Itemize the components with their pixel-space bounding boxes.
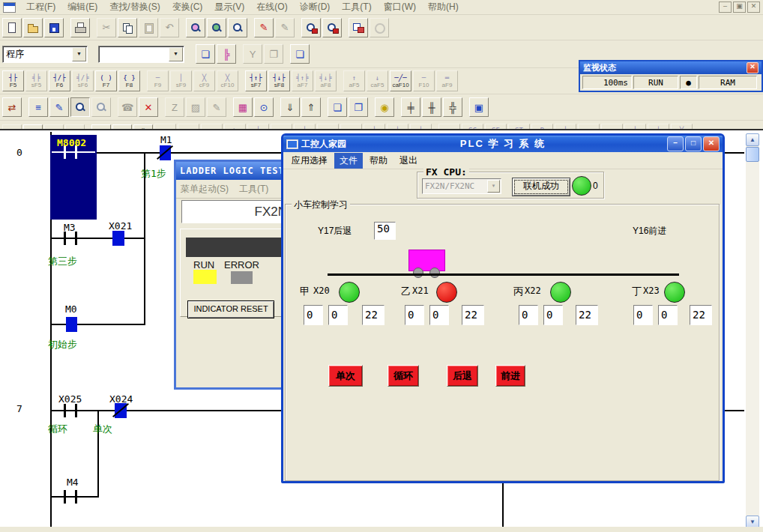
delete-all-button[interactable]: ✕ <box>139 97 158 117</box>
dialog-menu-0[interactable]: 应用选择 <box>286 153 333 169</box>
control-button-1[interactable]: 循环 <box>387 365 419 387</box>
menu-item-9[interactable]: 帮助(H) <box>422 1 465 13</box>
station-value-input[interactable]: 0 <box>328 305 348 325</box>
comment-edit-button[interactable]: ✎ <box>49 97 69 117</box>
station-value-input[interactable]: 0 <box>304 305 323 325</box>
jump-prev-button[interactable]: ⇓ <box>280 97 300 117</box>
station-value-input[interactable]: 22 <box>362 305 384 325</box>
station-value-input[interactable]: 0 <box>405 305 424 325</box>
control-button-3[interactable]: 前进 <box>495 365 525 387</box>
cross-ref-1-icon: ╪ <box>407 103 414 112</box>
parameter-tree-button[interactable]: ╠ <box>217 44 236 64</box>
scrollbar-thumb[interactable] <box>746 147 759 162</box>
scroll-up-icon[interactable]: ▲ <box>746 133 759 146</box>
ladder-label: X021 <box>109 220 132 232</box>
symbol-caF10-button[interactable]: ─╱─caF10 <box>390 70 411 91</box>
speed-input[interactable]: 50 <box>374 222 396 240</box>
write-mode-button[interactable]: ✎ <box>254 18 274 37</box>
ladder-list-toggle-button[interactable]: ⇄ <box>2 97 22 117</box>
menu-item-6[interactable]: 诊断(D) <box>294 1 337 13</box>
menu-item-3[interactable]: 变换(C) <box>166 1 209 13</box>
station-value-input[interactable]: 22 <box>690 305 712 325</box>
window-tile-button[interactable]: ❐ <box>349 97 368 117</box>
minimize-button[interactable]: – <box>667 136 684 151</box>
help-search-button[interactable]: ◉ <box>375 97 394 117</box>
find-device-button[interactable] <box>207 18 226 37</box>
find-button[interactable] <box>186 18 205 37</box>
device-memory-button[interactable]: ▦ <box>233 97 253 117</box>
toolbar-separator <box>237 44 242 61</box>
dialog-menu-1[interactable]: 文件 <box>334 153 363 169</box>
maximize-button[interactable]: □ <box>685 136 702 151</box>
vertical-scrollbar[interactable]: ▲ ▼ <box>746 133 759 528</box>
symbol-F7-button[interactable]: ( )F7 <box>95 70 117 91</box>
menu-item-5[interactable]: 在线(O) <box>250 1 293 13</box>
dialog-menu-3[interactable]: 退出 <box>394 153 423 169</box>
chevron-down-icon[interactable]: ▼ <box>169 47 183 61</box>
station-value-input[interactable]: 22 <box>462 305 484 325</box>
symbol-F5-button[interactable]: ┤├F5 <box>2 70 24 91</box>
zoom-in-button[interactable] <box>322 18 342 37</box>
close-icon[interactable]: ✕ <box>747 62 759 73</box>
indicator-reset-button[interactable]: INDICATOR RESET <box>187 300 274 318</box>
menu-item-2[interactable]: 查找/替换(S) <box>103 1 166 13</box>
control-button-2[interactable]: 后退 <box>447 365 478 387</box>
find-string-button[interactable] <box>228 18 247 37</box>
dialog-menubar: 应用选择文件帮助退出 <box>283 152 723 169</box>
macro-icon: ❏ <box>295 49 304 59</box>
key-label: caF5 <box>371 82 384 88</box>
save-project-button[interactable] <box>44 18 64 37</box>
ladder-test-menu-0[interactable]: 菜单起动(S) <box>181 183 229 196</box>
ladder-test-menu-1[interactable]: 工具(T) <box>239 183 268 196</box>
station-value-input[interactable]: 0 <box>519 305 538 325</box>
copy-button[interactable] <box>118 18 137 37</box>
menu-item-7[interactable]: 工具(T) <box>336 1 377 13</box>
connect-status-button[interactable]: 联机成功 <box>512 178 570 196</box>
block-select[interactable]: ▼ <box>98 46 184 63</box>
chevron-down-icon[interactable]: ▼ <box>72 47 86 61</box>
menu-item-0[interactable]: 工程(F) <box>20 1 61 13</box>
ladder-comment: 初始步 <box>48 339 77 350</box>
symbol-F8-button[interactable]: { }F8 <box>118 70 140 91</box>
comment-window-button[interactable]: ❏ <box>196 44 215 64</box>
dialog-menu-2[interactable]: 帮助 <box>364 153 393 169</box>
window-cascade-button[interactable]: ❏ <box>328 97 347 117</box>
symbol-glyph: { } <box>123 74 135 82</box>
menu-item-4[interactable]: 显示(V) <box>208 1 250 13</box>
dialog-titlebar[interactable]: 工控人家园 PLC 学 习 系 统 –□✕ <box>283 136 723 152</box>
program-select[interactable]: 程序 ▼ <box>2 46 88 63</box>
jump-next-button[interactable]: ⇑ <box>301 97 321 117</box>
macro-button[interactable]: ❏ <box>290 44 310 64</box>
symbol-sF7-button[interactable]: ┤↑├sF7 <box>245 70 267 91</box>
station-value-input[interactable]: 0 <box>543 305 563 325</box>
cross-ref-3-button[interactable]: ╬ <box>443 97 462 117</box>
contact-x021-on[interactable] <box>112 231 124 246</box>
minimize-button[interactable]: – <box>719 1 732 13</box>
restore-button[interactable]: ▣ <box>733 1 746 13</box>
monitor-mode-button[interactable] <box>70 97 90 117</box>
contact-m0-on[interactable] <box>66 317 77 332</box>
close-button[interactable]: ✕ <box>703 136 720 151</box>
symbol-glyph: ═ <box>445 74 449 82</box>
comment-display-button[interactable]: ≡ <box>28 97 48 117</box>
zoom-out-button[interactable] <box>301 18 321 37</box>
menu-item-8[interactable]: 窗口(W) <box>378 1 422 13</box>
symbol-sF8-button[interactable]: ┤↓├sF8 <box>268 70 290 91</box>
station-value-input[interactable]: 0 <box>633 305 653 325</box>
entry-data-monitor-button[interactable]: ▣ <box>469 97 489 117</box>
new-project-button[interactable] <box>2 18 22 37</box>
symbol-F6-button[interactable]: ┤/├F6 <box>49 70 70 91</box>
station-value-input[interactable]: 22 <box>576 305 598 325</box>
close-button[interactable]: ✕ <box>747 1 760 13</box>
print-button[interactable] <box>70 18 90 37</box>
menu-item-1[interactable]: 编辑(E) <box>61 1 103 13</box>
cross-ref-1-button[interactable]: ╪ <box>401 97 420 117</box>
project-data-list-button[interactable] <box>349 18 368 37</box>
station-value-input[interactable]: 0 <box>658 305 678 325</box>
open-project-button[interactable] <box>23 18 43 37</box>
control-button-0[interactable]: 单次 <box>328 365 363 387</box>
cross-ref-2-button[interactable]: ╫ <box>422 97 441 117</box>
monitor-status-titlebar[interactable]: 监视状态 ✕ <box>580 61 762 74</box>
station-value-input[interactable]: 0 <box>429 305 449 325</box>
clock-setting-button[interactable]: ⊙ <box>254 97 274 117</box>
